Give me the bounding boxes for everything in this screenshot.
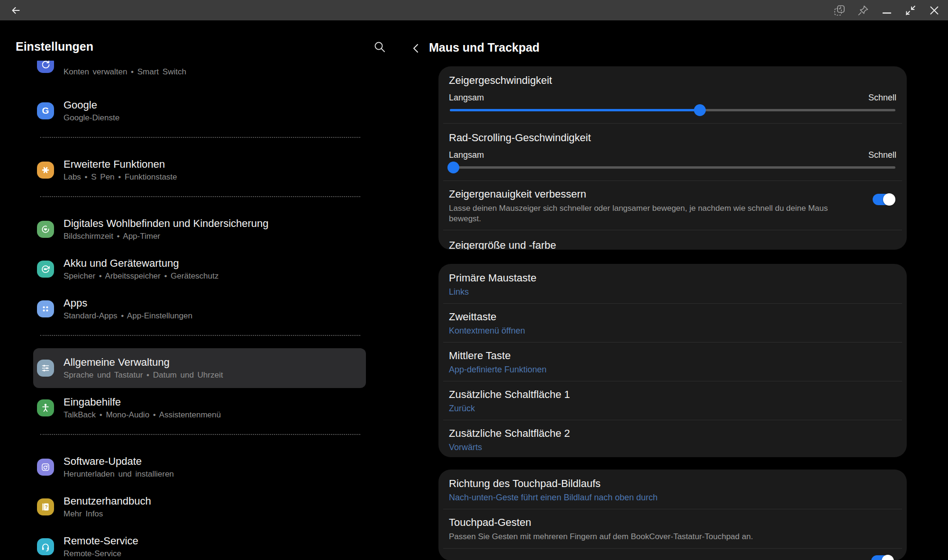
window-titlebar <box>0 0 948 20</box>
sidebar-item-akku-und-geraetewartung[interactable]: Akku und Gerätewartung Speicher • Arbeit… <box>33 249 366 289</box>
extra-button-1-value: Zurück <box>449 403 896 414</box>
sidebar-item-title: Eingabehilfe <box>64 396 221 408</box>
extra-button-2-value: Vorwärts <box>449 442 896 452</box>
general-management-icon <box>37 360 54 377</box>
sidebar-item-title: Google <box>64 99 119 111</box>
apps-icon <box>37 300 54 317</box>
sidebar-item-apps[interactable]: Apps Standard-Apps • App-Einstellungen <box>33 289 366 329</box>
touchpad-hidden-item-toggle[interactable] <box>871 555 893 560</box>
primary-button-item[interactable]: Primäre Maustaste Links <box>449 265 896 303</box>
restore-icon <box>904 4 917 17</box>
extra-button-1-title: Zusätzliche Schaltfläche 1 <box>449 388 896 401</box>
extra-button-1-item[interactable]: Zusätzliche Schaltfläche 1 Zurück <box>449 381 896 420</box>
touchpad-gestures-item[interactable]: Touchpad-Gesten Passen Sie Gesten mit me… <box>449 509 896 548</box>
battery-care-icon <box>37 261 54 278</box>
sidebar-item-subtitle: Bildschirmzeit • App-Timer <box>64 231 269 242</box>
sidebar-item-allgemeine-verwaltung[interactable]: Allgemeine Verwaltung Sprache und Tastat… <box>33 348 366 388</box>
pin-window-button[interactable] <box>856 3 870 18</box>
minimize-button[interactable] <box>880 3 894 18</box>
page-title: Einstellungen <box>16 40 93 54</box>
sidebar-item-title: Digitales Wohlbefinden und Kindersicheru… <box>64 217 269 230</box>
sidebar-item-eingabehilfe[interactable]: Eingabehilfe TalkBack • Mono-Audio • Ass… <box>33 388 366 428</box>
pointer-speed-max-label: Schnell <box>868 93 896 103</box>
pointer-precision-toggle[interactable] <box>873 194 894 205</box>
pin-icon <box>857 4 869 17</box>
panel-back-button[interactable] <box>410 42 423 55</box>
primary-button-title: Primäre Maustaste <box>449 272 896 284</box>
sidebar-item-google[interactable]: G Google Google-Dienste <box>33 91 366 131</box>
sidebar-item-title: Akku und Gerätewartung <box>64 257 219 270</box>
extra-button-2-item[interactable]: Zusätzliche Schaltfläche 2 Vorwärts <box>449 420 896 457</box>
close-icon <box>928 4 940 17</box>
touchpad-card: Richtung des Touchpad-Bildlaufs Nach-unt… <box>438 470 907 560</box>
slider-fill <box>450 109 699 111</box>
mouse-buttons-card: Primäre Maustaste Links Zweittaste Konte… <box>438 264 907 457</box>
slider-track <box>450 166 895 169</box>
sidebar-item-subtitle: Remote-Service <box>64 549 138 559</box>
pointer-precision-description: Lasse deinen Mauszeiger sich schneller o… <box>449 203 858 224</box>
sidebar-item-remote-service[interactable]: Remote-Service Remote-Service <box>33 527 366 560</box>
sidebar-item-title: Remote-Service <box>64 535 138 547</box>
pointer-speed-title: Zeigergeschwindigkeit <box>449 74 896 87</box>
sidebar-item-erweiterte-funktionen[interactable]: Erweiterte Funktionen Labs • S Pen • Fun… <box>33 150 366 190</box>
pointer-speed-section: Zeigergeschwindigkeit Langsam Schnell <box>449 66 896 123</box>
window-back-button[interactable] <box>8 2 24 18</box>
sidebar-item-title: Benutzerhandbuch <box>64 495 151 507</box>
pointer-precision-item[interactable]: Zeigergenauigkeit verbessern Lasse deine… <box>449 181 896 230</box>
digital-wellbeing-icon <box>37 221 54 238</box>
slider-handle[interactable] <box>694 104 706 116</box>
back-arrow-icon <box>9 4 22 17</box>
wheel-speed-max-label: Schnell <box>868 150 896 160</box>
google-icon: G <box>37 102 54 119</box>
sidebar-item-subtitle: Herunterladen und installieren <box>64 469 174 479</box>
primary-button-value: Links <box>449 287 896 297</box>
middle-button-item[interactable]: Mittlere Taste App-definierte Funktionen <box>449 343 896 381</box>
sidebar-item-subtitle: Sprache und Tastatur • Datum und Uhrzeit <box>64 370 223 380</box>
sidebar-item-benutzerhandbuch[interactable]: ? Benutzerhandbuch Mehr Infos <box>33 487 366 527</box>
sidebar-item-software-update[interactable]: Software-Update Herunterladen und instal… <box>33 447 366 487</box>
list-divider <box>40 335 360 336</box>
sidebar-item-digitales-wohlbefinden[interactable]: Digitales Wohlbefinden und Kindersicheru… <box>33 209 366 249</box>
settings-list: Konten verwalten • Smart Switch G Google… <box>27 61 366 560</box>
sidebar-item-subtitle: Google-Dienste <box>64 113 119 123</box>
advanced-features-icon <box>37 162 54 179</box>
pointer-precision-title: Zeigergenauigkeit verbessern <box>449 188 858 200</box>
secondary-button-item[interactable]: Zweittaste Kontextmenü öffnen <box>449 304 896 342</box>
slider-handle[interactable] <box>447 162 459 173</box>
wheel-speed-section: Rad-Scrolling-Geschwindigkeit Langsam Sc… <box>449 124 896 181</box>
sidebar-item-konten-und-sicherung[interactable]: Konten verwalten • Smart Switch <box>33 61 366 91</box>
slider-track <box>450 109 895 111</box>
pointer-speed-min-label: Langsam <box>449 93 484 103</box>
wheel-speed-title: Rad-Scrolling-Geschwindigkeit <box>449 132 896 144</box>
sidebar-item-subtitle: Speicher • Arbeitsspeicher • Geräteschut… <box>64 271 219 281</box>
user-manual-icon: ? <box>37 498 54 515</box>
middle-button-title: Mittlere Taste <box>449 350 896 362</box>
restore-window-button[interactable] <box>903 3 918 18</box>
middle-button-value: App-definierte Funktionen <box>449 364 896 375</box>
secondary-button-value: Kontextmenü öffnen <box>449 325 896 336</box>
list-divider <box>40 137 360 138</box>
settings-window: Einstellungen Konten verwalten • Smart S… <box>0 0 948 560</box>
search-button[interactable] <box>373 40 387 54</box>
pointer-size-item[interactable]: Zeigergröße und -farbe <box>449 230 896 250</box>
remote-service-icon <box>37 538 54 555</box>
list-divider <box>40 196 360 197</box>
pointer-size-title: Zeigergröße und -farbe <box>449 239 896 250</box>
window-controls <box>832 0 941 20</box>
sidebar-item-title: Software-Update <box>64 455 174 468</box>
pointer-speed-slider[interactable] <box>449 103 896 117</box>
sidebar-item-title: Erweiterte Funktionen <box>64 158 177 171</box>
panel-title: Maus und Trackpad <box>429 41 539 54</box>
sidebar-item-subtitle: Labs • S Pen • Funktionstaste <box>64 172 177 182</box>
sidebar-item-title: Allgemeine Verwaltung <box>64 356 223 369</box>
svg-text:?: ? <box>45 505 47 510</box>
secondary-button-title: Zweittaste <box>449 311 896 323</box>
touchpad-scroll-direction-item[interactable]: Richtung des Touchpad-Bildlaufs Nach-unt… <box>449 470 896 509</box>
close-window-button[interactable] <box>927 3 941 18</box>
touchpad-scroll-direction-value: Nach-unten-Geste führt einen Bildlauf na… <box>449 492 896 503</box>
touchpad-scroll-direction-title: Richtung des Touchpad-Bildlaufs <box>449 478 896 490</box>
wheel-speed-slider[interactable] <box>449 161 896 174</box>
sidebar-item-title: Apps <box>64 297 192 309</box>
capture-window-button[interactable] <box>832 3 847 18</box>
card-divider <box>443 548 902 549</box>
